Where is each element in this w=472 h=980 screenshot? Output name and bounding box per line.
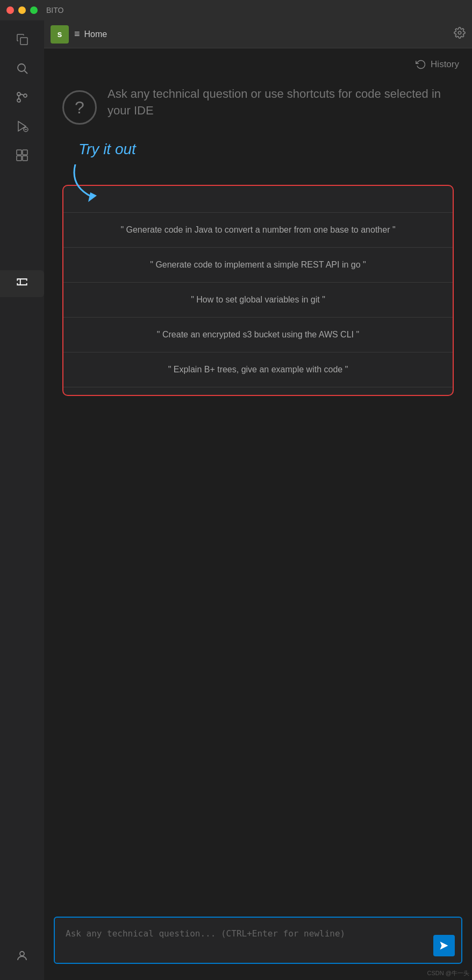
svg-rect-11	[23, 150, 27, 155]
svg-point-5	[24, 94, 27, 97]
chat-input[interactable]	[55, 918, 461, 961]
suggestions-footer	[63, 387, 453, 395]
arrow-decoration	[65, 164, 118, 207]
sidebar-run-icon[interactable]	[9, 113, 35, 140]
suggestion-item[interactable]: " Generate code in Java to convert a num…	[63, 213, 453, 248]
svg-point-1	[18, 64, 25, 71]
suggestion-item[interactable]: " Create an encrypted s3 bucket using th…	[63, 318, 453, 352]
traffic-lights	[6, 6, 38, 14]
svg-point-15	[20, 952, 24, 956]
svg-point-16	[458, 31, 461, 34]
svg-line-2	[25, 71, 28, 74]
suggestions-box: " Generate code in Java to convert a num…	[62, 185, 454, 396]
input-area	[44, 917, 472, 964]
question-mark: ?	[75, 98, 84, 118]
question-icon: ?	[62, 90, 97, 125]
content-area: History ? Ask any technical question or …	[44, 48, 472, 980]
suggestion-item[interactable]: " Generate code to implement a simple RE…	[63, 248, 453, 283]
sidebar	[0, 20, 44, 980]
tabbar: s ≡ Home	[44, 20, 472, 48]
titlebar: BITO	[0, 0, 472, 20]
main-content: s ≡ Home History ? Ask a	[44, 20, 472, 980]
sidebar-bottom	[9, 942, 35, 969]
settings-button[interactable]	[454, 27, 466, 41]
try-it-label: Try it out	[62, 141, 454, 158]
svg-marker-7	[18, 121, 26, 131]
hero-section: ? Ask any technical question or use shor…	[57, 86, 459, 125]
svg-point-3	[17, 92, 20, 96]
suggestion-item[interactable]: " How to set global variables in git "	[63, 283, 453, 318]
sidebar-user-icon[interactable]	[9, 942, 35, 969]
watermark: CSDN @牛一头	[427, 969, 469, 977]
history-button[interactable]: History	[416, 59, 459, 70]
minimize-button[interactable]	[18, 6, 26, 14]
svg-rect-0	[20, 38, 27, 45]
svg-marker-17	[88, 192, 97, 202]
sidebar-extensions-icon[interactable]	[9, 142, 35, 169]
suggestion-item[interactable]: " Explain B+ trees, give an example with…	[63, 352, 453, 387]
hero-text: Ask any technical question or use shortc…	[108, 86, 454, 119]
svg-rect-12	[17, 156, 22, 161]
close-button[interactable]	[6, 6, 14, 14]
suggestions-header	[63, 186, 453, 213]
svg-rect-10	[17, 150, 22, 155]
sidebar-git-icon[interactable]	[9, 84, 35, 111]
maximize-button[interactable]	[30, 6, 38, 14]
history-label: History	[431, 59, 459, 70]
app-title: BITO	[46, 6, 63, 15]
history-row: History	[57, 59, 459, 70]
svg-rect-13	[23, 156, 27, 161]
send-button[interactable]	[433, 935, 455, 956]
tab-avatar: s	[51, 25, 69, 44]
try-it-section: Try it out " Generate code in Java to co…	[57, 141, 459, 396]
svg-point-4	[17, 99, 20, 102]
svg-marker-18	[440, 942, 448, 950]
sidebar-copy-icon[interactable]	[9, 26, 35, 53]
sidebar-chat-icon[interactable]	[0, 270, 44, 297]
tab-menu-icon: ≡	[74, 28, 80, 40]
sidebar-search-icon[interactable]	[9, 55, 35, 82]
tab-home-label: Home	[84, 30, 108, 39]
input-wrapper	[54, 917, 462, 964]
